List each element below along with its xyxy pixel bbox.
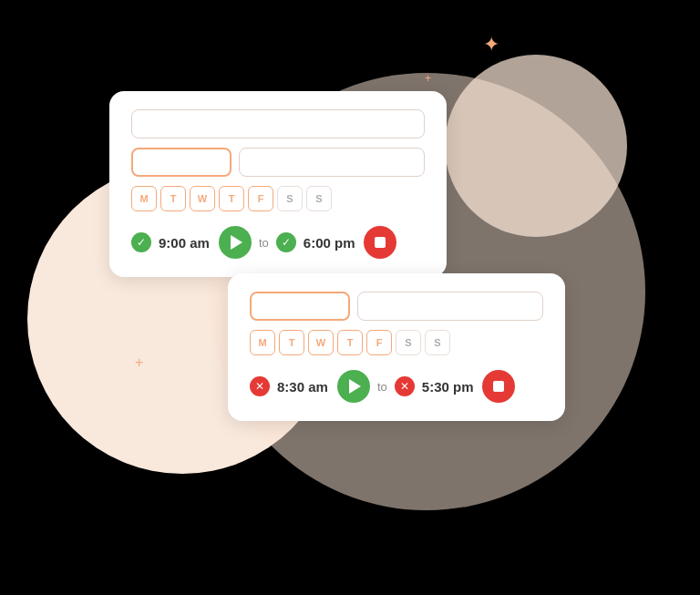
day-btn-sunday-card2[interactable]: S xyxy=(425,330,450,355)
card1-day-row: M T W T F S S xyxy=(131,186,425,211)
card1-stop-icon xyxy=(375,237,386,248)
day-btn-saturday-card1[interactable]: S xyxy=(277,186,303,211)
cards-container: M T W T F S S ✓ 9:00 am to ✓ 6:00 pm xyxy=(109,91,583,510)
card1-input-row xyxy=(131,148,425,177)
card2-stop-button[interactable] xyxy=(482,370,515,403)
card2-input-row xyxy=(250,292,543,321)
card2-time-row: ✕ 8:30 am to ✕ 5:30 pm xyxy=(250,370,543,403)
card2-end-x-icon: ✕ xyxy=(395,376,415,396)
card1-start-time: 9:00 am xyxy=(159,235,211,251)
card2-short-input[interactable] xyxy=(250,292,350,321)
card1-play-button[interactable] xyxy=(219,226,252,259)
card1-to-label: to xyxy=(259,236,269,250)
card1-main-input[interactable] xyxy=(131,109,425,138)
day-btn-friday-card2[interactable]: F xyxy=(366,330,392,355)
day-btn-monday-card1[interactable]: M xyxy=(131,186,157,211)
card1-stop-button[interactable] xyxy=(364,226,396,259)
day-btn-wednesday-card1[interactable]: W xyxy=(190,186,215,211)
card1-medium-input[interactable] xyxy=(239,148,425,177)
schedule-card-1: M T W T F S S ✓ 9:00 am to ✓ 6:00 pm xyxy=(109,91,447,277)
scene: ✦ + + M T W T F S S ✓ xyxy=(0,0,700,595)
card1-short-input[interactable] xyxy=(131,148,232,177)
day-btn-saturday-card2[interactable]: S xyxy=(396,330,421,355)
schedule-card-2: M T W T F S S ✕ 8:30 am to ✕ 5:30 pm xyxy=(228,273,565,421)
card2-play-icon xyxy=(349,379,361,394)
day-btn-tuesday-card1[interactable]: T xyxy=(160,186,186,211)
card2-play-button[interactable] xyxy=(337,370,370,403)
card2-medium-input[interactable] xyxy=(357,292,543,321)
card1-time-row: ✓ 9:00 am to ✓ 6:00 pm xyxy=(131,226,425,259)
deco-plus-top-icon: + xyxy=(425,73,431,84)
card2-stop-icon xyxy=(493,381,504,392)
day-btn-thursday-card1[interactable]: T xyxy=(219,186,244,211)
card2-to-label: to xyxy=(377,380,387,394)
deco-star-icon: ✦ xyxy=(483,35,499,55)
card2-start-x-icon: ✕ xyxy=(250,376,270,396)
card1-end-check-icon: ✓ xyxy=(276,232,296,252)
day-btn-tuesday-card2[interactable]: T xyxy=(279,330,304,355)
day-btn-monday-card2[interactable]: M xyxy=(250,330,275,355)
card2-day-row: M T W T F S S xyxy=(250,330,543,355)
card2-start-time: 8:30 am xyxy=(277,379,330,395)
day-btn-wednesday-card2[interactable]: W xyxy=(308,330,334,355)
day-btn-thursday-card2[interactable]: T xyxy=(337,330,363,355)
card1-play-icon xyxy=(231,235,242,250)
day-btn-friday-card1[interactable]: F xyxy=(248,186,273,211)
card2-end-time: 5:30 pm xyxy=(422,379,475,395)
day-btn-sunday-card1[interactable]: S xyxy=(306,186,332,211)
card1-start-check-icon: ✓ xyxy=(131,232,151,252)
card1-end-time: 6:00 pm xyxy=(304,235,356,251)
